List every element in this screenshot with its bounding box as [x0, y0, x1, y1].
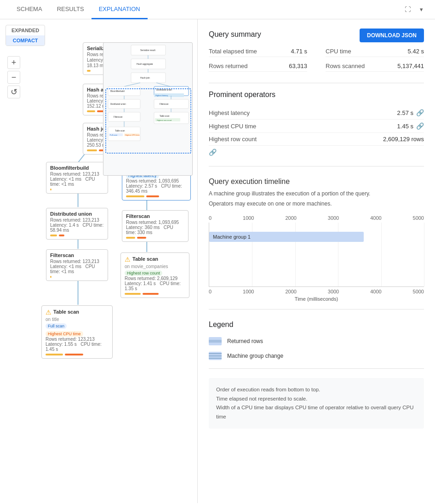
machine-group-icon [209, 351, 222, 361]
legend-section: Legend Returned rows Machine group chang… [209, 321, 424, 361]
op-row-rows: Highest row count 2,609,129 rows [209, 133, 424, 146]
summary-row-elapsed: Total elapsed time 4.71 s [209, 46, 307, 57]
top-nav: SCHEMA RESULTS EXPLANATION ⛶ ▾ [0, 0, 435, 19]
svg-text:Highest CPU time: Highest CPU time [125, 134, 140, 136]
svg-rect-48 [209, 340, 222, 343]
svg-text:Bloomfilterbuild: Bloomfilterbuild [110, 90, 125, 92]
svg-line-18 [156, 83, 170, 86]
mini-map-svg: Serialize result Hash aggregate Hash joi… [103, 43, 193, 176]
svg-text:Table scan: Table scan [115, 130, 125, 132]
legend-item-returned-rows: Returned rows [209, 336, 424, 346]
expanded-btn[interactable]: EXPANDED [6, 25, 45, 35]
svg-text:Serialize result: Serialize result [140, 49, 155, 52]
legend-title: Legend [209, 321, 424, 329]
footer-notes: Order of execution reads from bottom to … [209, 378, 424, 429]
op-row-cpu: Highest CPU time 1.45 s 🔗 [209, 120, 424, 133]
svg-line-17 [124, 83, 140, 86]
summary-grid: Total elapsed time 4.71 s CPU time 5.42 … [209, 46, 424, 72]
compact-btn[interactable]: COMPACT [6, 35, 45, 46]
footer-note-3: Width of a CPU time bar displays CPU tim… [216, 403, 417, 421]
svg-text:Highest latency: Highest latency [155, 94, 168, 97]
summary-row-rows-returned: Rows returned 63,313 [209, 61, 307, 72]
timeline-bar-area: Machine group 1 [209, 223, 424, 287]
node-table-scan-2[interactable]: ⚠ Table scan on title Full scan Highest … [41, 305, 113, 359]
node-bloomfilter[interactable]: Bloomfilterbuild Rows returned: 123,213 … [46, 162, 108, 194]
zoom-out-btn[interactable]: − [7, 71, 20, 84]
timeline-title: Query execution timeline [209, 178, 424, 186]
node-distributed-union-2[interactable]: Distributed union Rows returned: 123,213… [46, 208, 108, 240]
main-layout: EXPANDED COMPACT + − ↺ [0, 19, 435, 503]
download-json-btn[interactable]: DOWNLOAD JSON [360, 29, 424, 42]
svg-text:Table scan: Table scan [160, 115, 170, 117]
view-toggle: EXPANDED COMPACT [6, 25, 45, 46]
node-table-scan-1[interactable]: ⚠ Table scan on movie_companies Highest … [120, 252, 189, 298]
svg-text:Filterscan: Filterscan [114, 116, 123, 118]
summary-row-cpu: CPU time 5.42 s [326, 46, 424, 57]
node-filterscan-1[interactable]: Filterscan Rows returned: 1,093,695 Late… [122, 210, 189, 242]
left-panel: EXPANDED COMPACT + − ↺ [0, 19, 198, 503]
latency-link-icon[interactable]: 🔗 [416, 109, 424, 116]
rows-link-icon[interactable]: 🔗 [209, 149, 217, 156]
svg-text:Filterscan: Filterscan [160, 103, 169, 105]
svg-text:Distributed union: Distributed union [110, 103, 126, 105]
chevron-down-icon[interactable]: ▾ [417, 3, 426, 16]
svg-rect-35 [154, 112, 189, 124]
node-filterscan-2[interactable]: Filterscan Rows returned: 123,213 Latenc… [46, 249, 108, 281]
graph-area[interactable]: Serialize result Rows returned: 63,313 L… [0, 19, 197, 503]
svg-text:Full scan: Full scan [110, 134, 117, 136]
prominent-operators-section: Prominent operators Highest latency 2.57… [209, 91, 424, 159]
tab-explanation[interactable]: EXPLANATION [92, 0, 148, 19]
timeline-bottom-axis: 0 1000 2000 3000 4000 5000 [209, 289, 424, 294]
prominent-operators-title: Prominent operators [209, 91, 424, 99]
returned-rows-label: Returned rows [227, 338, 263, 344]
right-panel: DOWNLOAD JSON Query summary Total elapse… [198, 19, 435, 503]
footer-note-1: Order of execution reads from bottom to … [216, 385, 417, 395]
svg-text:Hash join: Hash join [140, 76, 150, 79]
machine-group-label: Machine group change [227, 353, 283, 359]
timeline-x-label: Time (milliseconds) [209, 296, 424, 302]
legend-item-machine-group: Machine group change [209, 351, 424, 361]
svg-rect-33 [108, 112, 140, 121]
tab-results[interactable]: RESULTS [50, 0, 92, 19]
timeline-section: Query execution timeline A machine group… [209, 178, 424, 302]
timeline-desc2: Operators may execute on one or more mac… [209, 200, 424, 208]
svg-text:Hash aggregate: Hash aggregate [137, 63, 153, 65]
zoom-reset-btn[interactable]: ↺ [7, 86, 20, 98]
zoom-in-btn[interactable]: + [7, 56, 20, 69]
summary-row-rows-scanned: Rows scanned 5,137,441 [326, 61, 424, 72]
expand-icon[interactable]: ⛶ [402, 3, 413, 16]
timeline-desc1: A machine group illustrates the executio… [209, 189, 424, 198]
footer-note-2: Time elapsed not represented to scale. [216, 395, 417, 404]
cpu-link-icon[interactable]: 🔗 [416, 122, 424, 130]
machine-group-bar: Machine group 1 [209, 232, 364, 242]
timeline-chart: 0 1000 2000 3000 4000 5000 Mach [209, 215, 424, 302]
timeline-top-axis: 0 1000 2000 3000 4000 5000 [209, 215, 424, 221]
op-row-latency: Highest latency 2.57 s 🔗 [209, 106, 424, 120]
mini-map[interactable]: Serialize result Hash aggregate Hash joi… [103, 42, 193, 176]
tab-schema[interactable]: SCHEMA [9, 0, 50, 19]
zoom-controls: + − ↺ [7, 56, 20, 98]
svg-text:Highest row count: Highest row count [157, 119, 172, 121]
returned-rows-icon [209, 336, 222, 346]
